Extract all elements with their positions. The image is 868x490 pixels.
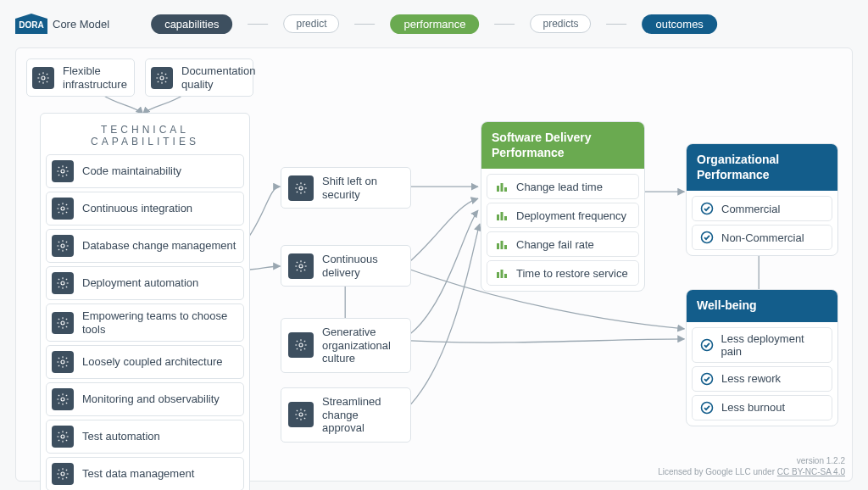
- cap-flexible-infrastructure: Flexible infrastructure: [26, 58, 135, 97]
- cap-item: Database change management: [46, 229, 244, 263]
- legend-performance: performance: [390, 14, 479, 34]
- svg-point-6: [61, 244, 64, 248]
- gear-icon: [288, 402, 314, 427]
- cap-documentation-quality: Documentation quality: [145, 58, 253, 97]
- gear-icon: [52, 388, 74, 410]
- check-circle-icon: [699, 371, 715, 387]
- license-link[interactable]: CC BY-NC-SA 4.0: [777, 467, 845, 476]
- cap-change-approval: Streamlined change approval: [281, 387, 411, 443]
- svg-rect-20: [501, 183, 504, 192]
- svg-rect-28: [497, 272, 499, 278]
- metric-item: Change fail rate: [487, 231, 639, 257]
- gear-icon: [52, 426, 74, 448]
- metric-label: Less rework: [721, 372, 781, 385]
- logo-badge-icon: DORA: [15, 14, 47, 34]
- metric-item: Change lead time: [487, 174, 639, 199]
- cap-item: Monitoring and observability: [46, 382, 244, 416]
- metric-item: Time to restore service: [487, 260, 639, 286]
- gear-icon: [288, 332, 314, 358]
- legend-connector: [494, 24, 515, 25]
- cap-label: Database change management: [82, 239, 236, 253]
- metric-item: Non-Commercial: [692, 225, 832, 250]
- legend-connector: [354, 24, 375, 25]
- gear-icon: [288, 175, 314, 201]
- svg-point-15: [299, 187, 303, 190]
- svg-rect-21: [504, 187, 507, 192]
- metric-label: Less deployment pain: [721, 332, 825, 358]
- cap-label: Code maintainability: [82, 164, 181, 178]
- metric-label: Deployment frequency: [516, 209, 626, 222]
- check-circle-icon: [699, 230, 715, 245]
- cap-label: Test automation: [82, 430, 160, 443]
- metric-label: Less burnout: [721, 401, 785, 414]
- metric-item: Commercial: [692, 196, 832, 221]
- metric-item: Deployment frequency: [487, 203, 639, 228]
- cap-label: Flexible infrastructure: [63, 64, 127, 91]
- metric-item: Less deployment pain: [692, 327, 832, 363]
- cap-label: Continuous integration: [82, 202, 192, 215]
- metric-label: Change fail rate: [516, 238, 594, 251]
- tech-capabilities-panel: TECHNICAL CAPABILITIES Code maintainabil…: [40, 113, 250, 490]
- gear-icon: [288, 253, 314, 279]
- svg-point-3: [160, 76, 164, 80]
- legend-connector: [248, 24, 268, 25]
- license-text: Licensed by Google LLC under: [658, 467, 775, 476]
- cap-label: Shift left on security: [322, 175, 403, 201]
- logo-subtitle: Core Model: [53, 18, 109, 31]
- well-being-panel: Well-being Less deployment pain Less rew…: [686, 289, 838, 426]
- svg-rect-29: [501, 270, 504, 278]
- svg-point-10: [61, 398, 64, 401]
- svg-rect-25: [497, 243, 499, 249]
- svg-point-12: [61, 472, 64, 476]
- metric-label: Change lead time: [516, 181, 603, 193]
- svg-rect-30: [504, 274, 507, 278]
- panel-title: Software Delivery Performance: [481, 122, 644, 169]
- gear-icon: [52, 463, 74, 485]
- header: DORA Core Model capabilities predict per…: [0, 0, 868, 47]
- cap-item: Deployment automation: [46, 266, 244, 300]
- version-text: version 1.2.2: [658, 455, 845, 466]
- svg-point-11: [61, 435, 64, 438]
- sdp-panel: Software Delivery Performance Change lea…: [481, 121, 645, 292]
- legend-outcomes: outcomes: [643, 14, 717, 34]
- diagram-board: Flexible infrastructure Documentation qu…: [15, 47, 853, 482]
- svg-rect-19: [497, 186, 499, 192]
- svg-point-9: [61, 360, 64, 364]
- gear-icon: [52, 160, 74, 182]
- cap-item: Code maintainability: [46, 154, 244, 188]
- cap-shift-left: Shift left on security: [281, 167, 411, 209]
- footer: version 1.2.2 Licensed by Google LLC und…: [658, 455, 845, 477]
- svg-rect-24: [504, 216, 507, 220]
- cap-item: Loosely coupled architecture: [46, 345, 244, 379]
- gear-icon: [32, 67, 54, 89]
- legend: capabilities predict performance predict…: [151, 14, 717, 34]
- metric-item: Less rework: [692, 366, 832, 392]
- metric-label: Commercial: [721, 203, 780, 215]
- cap-item: Continuous integration: [46, 192, 244, 226]
- metric-label: Non-Commercial: [721, 231, 804, 244]
- gear-icon: [52, 351, 74, 373]
- gear-icon: [52, 198, 74, 220]
- svg-point-16: [299, 264, 303, 268]
- cap-label: Streamlined change approval: [322, 395, 403, 435]
- metric-label: Time to restore service: [516, 267, 628, 280]
- gear-icon: [52, 272, 74, 294]
- legend-connector: [607, 24, 627, 25]
- cap-item: Test data management: [46, 457, 244, 490]
- metric-item: Less burnout: [692, 395, 832, 420]
- svg-point-5: [61, 207, 64, 210]
- svg-point-17: [299, 343, 303, 347]
- panel-title: TECHNICAL CAPABILITIES: [46, 119, 244, 154]
- cap-item: Empowering teams to choose tools: [46, 303, 244, 342]
- cap-generative-culture: Generative organizational culture: [281, 318, 411, 373]
- svg-point-18: [299, 413, 303, 416]
- cap-item: Test automation: [46, 420, 244, 454]
- svg-rect-23: [501, 212, 504, 220]
- panel-title: Organizational Performance: [687, 144, 837, 191]
- check-circle-icon: [699, 337, 714, 353]
- gear-icon: [151, 67, 173, 89]
- bar-chart-icon: [494, 179, 509, 194]
- cap-label: Monitoring and observability: [82, 393, 220, 406]
- legend-predict: predict: [283, 14, 339, 33]
- svg-point-4: [61, 170, 64, 173]
